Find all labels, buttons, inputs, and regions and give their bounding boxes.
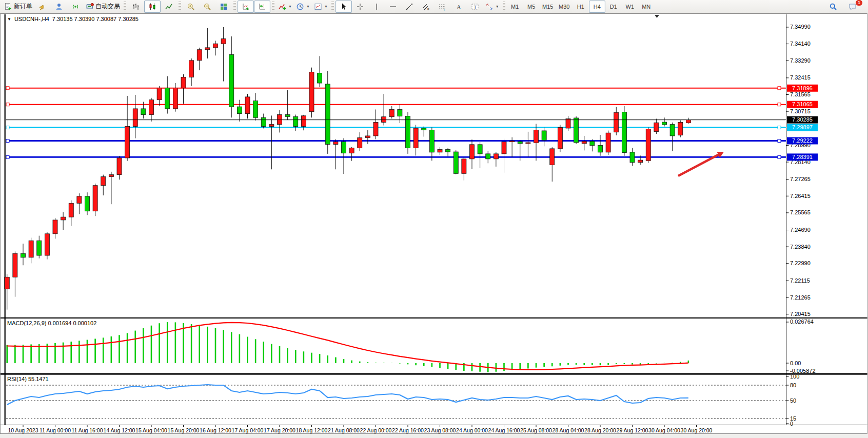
price-tick-label: 7.31565 (790, 91, 811, 97)
candle-body (462, 159, 466, 173)
auto-scroll-button[interactable] (238, 1, 254, 13)
periods-button[interactable]: ▼ (294, 1, 312, 13)
candle-body (670, 125, 675, 136)
candle-body (293, 116, 298, 126)
tf-m1-button[interactable]: M1 (507, 1, 523, 13)
price-tick-label: 7.34990 (790, 24, 811, 30)
tf-d1-button[interactable]: D1 (605, 1, 622, 13)
candle-body (349, 148, 354, 153)
trendline-button[interactable] (401, 1, 418, 13)
candle-body (686, 120, 691, 123)
chevron-down-icon[interactable]: ▼ (324, 5, 328, 8)
line-handle[interactable] (6, 103, 9, 106)
candle-body (365, 136, 370, 137)
text-label-button[interactable]: T (467, 1, 483, 13)
time-axis-label: 18 Aug 12:00 (296, 427, 328, 433)
templates-button[interactable]: ▼ (312, 1, 330, 13)
equidistant-channel-button[interactable]: E (418, 1, 434, 13)
tf-m15-button[interactable]: M15 (540, 1, 556, 13)
candle-body (678, 122, 683, 135)
line-handle[interactable] (6, 87, 9, 90)
line-handle[interactable] (778, 103, 781, 106)
labelT-icon: T (471, 3, 479, 11)
arrows-button[interactable]: ▼ (483, 1, 501, 13)
auto-trading-label: 自动交易 (95, 2, 120, 11)
vline-icon (372, 3, 381, 11)
tf-w1-button[interactable]: W1 (622, 1, 638, 13)
line-handle[interactable] (778, 87, 781, 90)
candle-body (253, 101, 258, 118)
line-handle[interactable] (778, 139, 781, 142)
candle-body (237, 107, 242, 113)
signals-button[interactable] (67, 1, 84, 13)
price-tick-label: 7.24690 (790, 227, 811, 233)
candle-body (534, 130, 539, 143)
crosshair-button[interactable] (352, 1, 368, 13)
candle-body (502, 142, 506, 153)
tf-d1-label: D1 (610, 4, 617, 10)
fibonacci-button[interactable]: F (434, 1, 450, 13)
notifications-button[interactable]: 1 (844, 1, 861, 13)
candle-body (221, 39, 226, 44)
candle-body (453, 152, 458, 173)
toolbar-grip (124, 2, 126, 12)
new-order-button[interactable]: 新订单 (2, 1, 34, 13)
chart-shift-button[interactable] (254, 1, 270, 13)
candle-body (285, 114, 290, 116)
market-alert-button[interactable] (34, 1, 51, 13)
candle-body (342, 142, 346, 153)
candle-body (406, 116, 410, 148)
autoscroll-icon (242, 3, 250, 11)
candlestick-chart-button[interactable] (144, 1, 161, 13)
cursor-button[interactable] (336, 1, 352, 13)
time-axis-label: 16 Aug 12:00 (200, 427, 231, 433)
zoom-in-button[interactable] (183, 1, 199, 13)
candle-body (438, 149, 442, 152)
vertical-line-button[interactable] (368, 1, 385, 13)
bar-chart-button[interactable] (128, 1, 144, 13)
toolbar-grip (503, 2, 505, 12)
time-axis-label: 25 Aug 08:00 (520, 427, 552, 433)
auto-trading-button[interactable]: 自动交易 (84, 1, 122, 13)
price-tick-label: 7.25565 (790, 209, 811, 215)
tf-m5-button[interactable]: M5 (523, 1, 540, 13)
chevron-down-icon[interactable]: ▼ (288, 5, 292, 8)
search-button[interactable] (825, 1, 841, 13)
line-handle[interactable] (778, 155, 781, 158)
line-chart-button[interactable] (161, 1, 177, 13)
candle-body (478, 145, 482, 154)
line-handle[interactable] (6, 155, 9, 158)
text-button[interactable]: A (450, 1, 467, 13)
tf-h1-button[interactable]: H1 (573, 1, 589, 13)
tf-h4-label: H4 (594, 4, 601, 10)
chart-canvas[interactable]: 7.349907.341407.332907.324157.315657.307… (0, 13, 868, 438)
textA-icon: A (455, 3, 463, 11)
candle-body (630, 152, 635, 163)
line-handle[interactable] (6, 139, 9, 142)
candle-body (157, 88, 162, 100)
candle-body (213, 44, 218, 48)
horizontal-line-button[interactable] (385, 1, 401, 13)
rsi-axis-label: 80 (790, 382, 796, 388)
tile-windows-button[interactable] (215, 1, 232, 13)
time-axis-label: 15 Aug 04:00 (135, 427, 167, 433)
tf-m30-button[interactable]: M30 (556, 1, 573, 13)
candle-body (45, 234, 49, 255)
chevron-down-icon[interactable]: ▼ (496, 5, 499, 8)
tf-mn-button[interactable]: MN (638, 1, 655, 13)
line-handle[interactable] (778, 126, 781, 129)
candle-body (301, 116, 306, 127)
time-axis-label: 23 Aug 08:00 (424, 427, 456, 433)
chevron-down-icon[interactable]: ▼ (306, 5, 310, 8)
candle-body (173, 88, 177, 109)
line-handle[interactable] (6, 126, 9, 129)
indicators-button[interactable]: ▼ (276, 1, 294, 13)
candle-body (278, 114, 282, 124)
zoom-out-button[interactable] (199, 1, 215, 13)
time-axis-label: 30 Aug 04:00 (648, 427, 680, 433)
tf-h4-button[interactable]: H4 (589, 1, 605, 13)
profile-button[interactable] (51, 1, 67, 13)
candle-body (197, 50, 202, 61)
candle-body (638, 160, 643, 163)
trendline-icon (405, 3, 413, 11)
